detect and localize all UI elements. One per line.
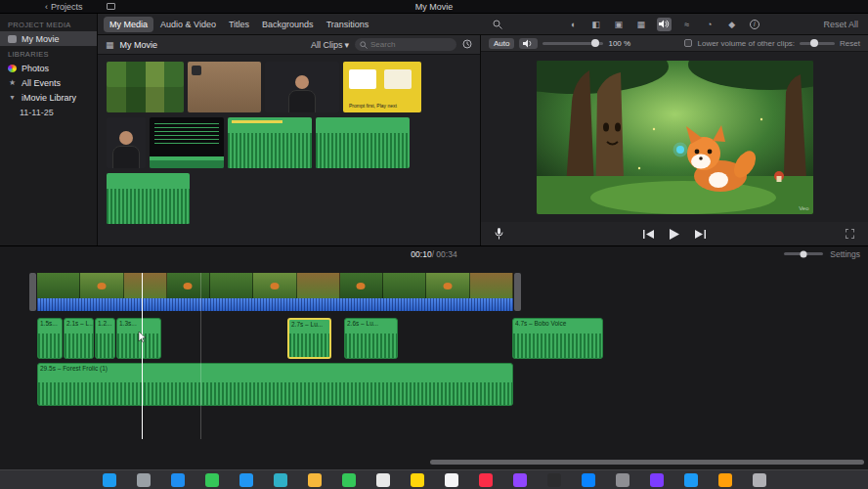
sidebar: PROJECT MEDIA My Movie LIBRARIES Photos … — [0, 14, 98, 245]
total-time: / 00:34 — [432, 249, 457, 259]
media-tabs: My Media Audio & Video Titles Background… — [98, 17, 481, 32]
speed-icon[interactable]: ◔ — [703, 18, 716, 31]
share-icon[interactable] — [107, 3, 115, 10]
dock-icon-music[interactable] — [479, 473, 493, 487]
playhead[interactable] — [142, 273, 143, 439]
sidebar-item-all-events[interactable]: ★ All Events — [0, 75, 97, 90]
stabilization-icon[interactable]: ▦ — [634, 18, 648, 31]
media-tab[interactable]: Transitions — [321, 17, 375, 32]
color-balance-icon[interactable]: ◐ — [567, 18, 581, 31]
lower-volume-knob[interactable] — [810, 39, 818, 47]
content-column: My Media Audio & Video Titles Background… — [98, 14, 868, 245]
audio-clip[interactable]: 1.5s... — [37, 318, 63, 359]
dock-icon-mail[interactable] — [239, 473, 253, 487]
media-clip-audio-2[interactable] — [316, 117, 410, 168]
clips-filter-dropdown[interactable]: All Clips ▾ — [311, 40, 349, 50]
dock-icon-messages[interactable] — [205, 473, 219, 487]
media-tab[interactable]: My Media — [104, 17, 153, 32]
auto-volume-button[interactable]: Auto — [489, 38, 514, 49]
dock-icon-safari[interactable] — [171, 473, 185, 487]
photos-icon — [8, 65, 17, 72]
media-clip-prompt[interactable]: Prompt first, Play next — [343, 62, 421, 112]
dock-icon-launchpad[interactable] — [137, 473, 151, 487]
noise-reduction-icon[interactable]: ≈ — [680, 18, 694, 31]
media-tab[interactable]: Titles — [223, 17, 255, 32]
search-box[interactable] — [355, 38, 456, 51]
waveform — [107, 189, 190, 224]
dock-icon-photos[interactable] — [308, 473, 322, 487]
media-clip-portrait[interactable] — [107, 117, 146, 168]
audio-clip[interactable]: 4.7s – Bobo Voice — [512, 318, 603, 359]
effects-icon[interactable]: ◆ — [725, 18, 739, 31]
back-to-projects-button[interactable]: ‹ Projects — [45, 2, 83, 12]
search-input[interactable] — [370, 40, 452, 49]
dock-icon-facetime[interactable] — [342, 473, 356, 487]
sidebar-item-imovie-library[interactable]: ▾ iMovie Library — [0, 90, 97, 105]
skip-back-button[interactable] — [643, 230, 654, 239]
zoom-knob[interactable] — [801, 250, 807, 257]
dock-icon-trash[interactable] — [753, 473, 766, 487]
volume-icon[interactable] — [657, 18, 672, 31]
dock-icon-finder[interactable] — [103, 473, 116, 487]
waveform — [96, 333, 114, 358]
titlebar: ‹ Projects My Movie — [0, 0, 868, 14]
audio-clip[interactable]: 2.6s – Lu... — [344, 318, 398, 359]
dock-icon-settings[interactable] — [616, 473, 629, 487]
lower-volume-slider[interactable] — [800, 42, 835, 45]
dock-icon-reminders[interactable] — [445, 473, 458, 487]
media-clip-audio-1[interactable] — [228, 117, 312, 168]
top-toolbar-row: My Media Audio & Video Titles Background… — [98, 14, 868, 35]
color-correction-icon[interactable]: ◧ — [589, 18, 603, 31]
background-music-clip[interactable]: 29.5s – Forest Frolic (1) — [37, 363, 513, 406]
zoom-search-icon[interactable] — [491, 18, 504, 31]
timeline-horizontal-scrollbar[interactable] — [430, 460, 864, 465]
dock-icon-podcasts[interactable] — [513, 473, 527, 487]
audio-clip[interactable]: 1.2... — [95, 318, 115, 359]
media-tab[interactable]: Backgrounds — [256, 17, 320, 32]
clip-info-icon[interactable]: i — [748, 18, 761, 31]
mute-button[interactable] — [519, 38, 538, 49]
voiceover-mic-button[interactable] — [495, 228, 503, 240]
clip-caption: Prompt first, Play next — [349, 103, 397, 109]
current-time: 00:10 — [411, 249, 431, 259]
sidebar-item-photos[interactable]: Photos — [0, 61, 97, 75]
lower-volume-checkbox[interactable] — [684, 39, 692, 47]
dock-icon-keynote[interactable] — [684, 473, 698, 487]
dock-icon-calendar[interactable] — [376, 473, 390, 487]
sidebar-item-event-11-11-25[interactable]: 11-11-25 — [0, 105, 97, 119]
dock-icon-appstore[interactable] — [582, 473, 595, 487]
timeline-zoom-slider[interactable] — [784, 252, 823, 255]
skip-forward-button[interactable] — [695, 230, 706, 239]
timeline-settings-button[interactable]: Settings — [830, 249, 860, 259]
imovie-window: ‹ Projects My Movie PROJECT MEDIA My Mov… — [0, 0, 868, 489]
media-clip-document[interactable] — [188, 62, 261, 112]
timeline: 00:10 / 00:34 Settings — [0, 245, 868, 469]
dock-icon-maps[interactable] — [274, 473, 287, 487]
media-clip-audio-3[interactable] — [107, 173, 190, 224]
dock-icon-tv[interactable] — [547, 473, 561, 487]
volume-slider-knob[interactable] — [591, 39, 599, 47]
reset-all-button[interactable]: Reset All — [823, 20, 858, 29]
waveform — [228, 133, 312, 168]
volume-slider[interactable] — [542, 42, 603, 45]
recents-filter-icon[interactable] — [462, 39, 472, 51]
crop-icon[interactable]: ▣ — [612, 18, 626, 31]
dock-icon-imovie[interactable] — [650, 473, 664, 487]
media-tab[interactable]: Audio & Video — [154, 17, 222, 32]
media-clip-screen-recording[interactable] — [150, 117, 224, 168]
dock-icon-notes[interactable] — [411, 473, 424, 487]
waveform — [65, 333, 93, 358]
audio-clip[interactable]: 2.7s – Lu... — [287, 318, 331, 359]
waveform — [38, 382, 512, 405]
sidebar-item-my-movie[interactable]: My Movie — [0, 31, 97, 46]
film-icon — [8, 35, 17, 43]
audio-clip[interactable]: 2.1s – L... — [64, 318, 94, 359]
dock-icon-pages[interactable] — [718, 473, 732, 487]
fox-forest-preview — [537, 61, 813, 214]
media-clip-presenter[interactable] — [265, 62, 339, 112]
play-button[interactable] — [670, 229, 679, 240]
volume-reset-button[interactable]: Reset — [840, 39, 860, 48]
media-clip-fox-montage[interactable] — [107, 62, 184, 112]
grid-view-icon[interactable]: ▦ — [106, 40, 114, 50]
fullscreen-button[interactable] — [846, 230, 854, 239]
